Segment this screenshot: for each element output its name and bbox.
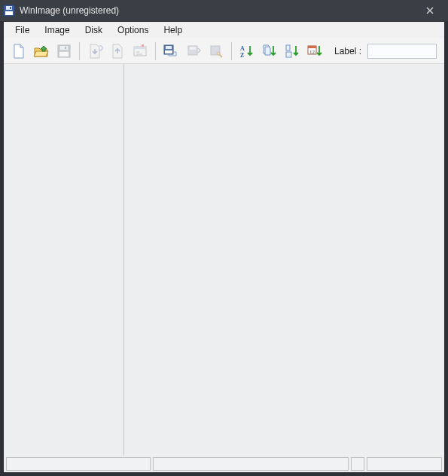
window-client: File Image Disk Options Help xyxy=(3,21,445,473)
list-pane[interactable] xyxy=(124,64,444,456)
toolbar-separator xyxy=(79,42,80,60)
sort-name-button[interactable]: A Z xyxy=(236,41,258,62)
properties-icon xyxy=(132,43,148,60)
menu-image[interactable]: Image xyxy=(38,23,76,38)
svg-text:12: 12 xyxy=(309,49,315,55)
svg-point-17 xyxy=(217,52,220,55)
inject-button[interactable] xyxy=(84,41,105,62)
format-disk-button[interactable] xyxy=(206,41,227,62)
svg-rect-21 xyxy=(286,52,291,57)
extract-button[interactable] xyxy=(107,41,128,62)
statusbar xyxy=(4,456,444,472)
status-cell-1 xyxy=(6,457,151,471)
menu-options[interactable]: Options xyxy=(111,23,155,38)
toolbar: A Z xyxy=(4,38,444,64)
svg-text:Z: Z xyxy=(240,52,244,59)
svg-rect-20 xyxy=(286,45,290,50)
svg-rect-10 xyxy=(142,44,144,47)
properties-button[interactable] xyxy=(130,41,151,62)
svg-rect-3 xyxy=(10,7,11,9)
sort-date-button[interactable]: 12 xyxy=(304,41,325,62)
sort-size-button[interactable] xyxy=(282,41,303,62)
label-input[interactable] xyxy=(367,44,437,59)
menu-disk[interactable]: Disk xyxy=(78,23,109,38)
app-icon xyxy=(3,5,15,17)
titlebar: WinImage (unregistered) xyxy=(0,0,448,21)
svg-rect-13 xyxy=(165,50,172,53)
save-floppy-icon xyxy=(56,43,72,60)
disk-format-icon xyxy=(208,43,224,60)
tree-pane[interactable] xyxy=(4,64,124,456)
open-button[interactable] xyxy=(31,41,52,62)
write-disk-button[interactable] xyxy=(183,41,204,62)
sort-date-icon: 12 xyxy=(306,43,323,60)
open-folder-icon xyxy=(33,43,50,60)
work-area xyxy=(4,64,444,456)
svg-rect-23 xyxy=(308,46,316,48)
app-window: WinImage (unregistered) File Image Disk … xyxy=(0,0,448,476)
svg-rect-9 xyxy=(134,47,146,49)
status-cell-2 xyxy=(153,457,349,471)
status-cell-4 xyxy=(367,457,442,471)
inject-icon xyxy=(87,43,103,60)
menu-help[interactable]: Help xyxy=(157,23,189,38)
disk-read-icon xyxy=(163,43,179,60)
window-title: WinImage (unregistered) xyxy=(20,5,119,16)
svg-rect-2 xyxy=(5,11,13,15)
disk-write-icon xyxy=(185,43,202,60)
sort-type-button[interactable] xyxy=(259,41,280,62)
menu-file[interactable]: File xyxy=(8,23,36,38)
save-button[interactable] xyxy=(53,41,75,62)
label-caption: Label : xyxy=(334,46,361,56)
toolbar-separator xyxy=(155,42,156,60)
close-icon xyxy=(426,7,434,14)
svg-rect-15 xyxy=(190,47,196,50)
svg-rect-7 xyxy=(65,47,66,49)
sort-name-icon: A Z xyxy=(239,43,255,60)
menubar: File Image Disk Options Help xyxy=(4,22,444,38)
window-close-button[interactable] xyxy=(415,0,445,21)
toolbar-separator xyxy=(231,42,232,60)
svg-rect-6 xyxy=(59,52,69,56)
sort-type-icon xyxy=(261,43,278,60)
new-button[interactable] xyxy=(8,41,29,62)
read-disk-button[interactable] xyxy=(160,41,181,62)
svg-text:A: A xyxy=(240,45,245,52)
svg-rect-5 xyxy=(60,46,68,50)
extract-icon xyxy=(109,43,126,60)
svg-rect-12 xyxy=(166,46,172,49)
sort-size-icon xyxy=(284,43,300,60)
new-file-icon xyxy=(11,43,27,60)
status-cell-3 xyxy=(351,457,364,471)
